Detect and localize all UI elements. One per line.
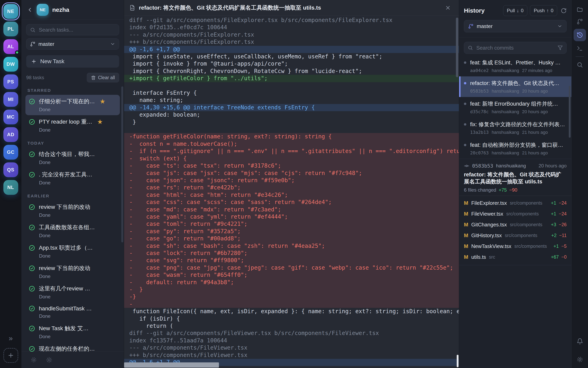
clear-all-button[interactable]: Clear all [87,73,119,83]
task-item[interactable]: PTY reader loop 重… ★ Done [25,115,120,136]
detail-hash: 0583b53 [472,163,493,169]
settings-gear-icon[interactable] [577,356,583,363]
task-item[interactable]: handleSubmitTask … Done [25,302,120,322]
task-item[interactable]: 结合这个项目，帮我… Done [25,147,120,168]
history-branch-selector[interactable]: master [464,20,567,32]
task-search-box[interactable] [26,24,119,35]
task-item[interactable]: review 下当前的改动 Done [25,200,120,221]
task-search-input[interactable] [38,27,115,33]
task-item[interactable]: App.tsx 职责过多（… Done [25,241,120,262]
sidebar-header: NE nezha [21,0,124,20]
commit-item[interactable]: feat: 新增 ErrorBoundary 组件并统… d35c78c han… [459,97,571,118]
commit-author: hanshuaikang [492,130,519,135]
diff-horizontal-scrollbar[interactable] [124,362,219,368]
workspace-avatar[interactable]: PL [3,22,18,37]
changed-file-row[interactable]: M FileViewer.tsx src/components +1 −24 [464,209,567,219]
task-title: 工具函数散落在各组… [39,224,95,231]
theme-sun-icon[interactable] [46,357,52,363]
diff-line: - case "yaml": case "yml": return "#ef44… [124,213,459,221]
changed-file-row[interactable]: M utils.ts src +67 −0 [464,252,567,263]
diff-corner-scrollbar[interactable] [457,355,458,367]
task-status: Done [39,294,117,300]
task-status: Done [39,253,117,259]
commit-dot-icon [464,103,466,105]
diff-line [124,82,459,89]
files-changed-label: 6 files changed [464,187,496,193]
pull-label: Pull [507,8,515,13]
file-name: utils.ts [471,254,486,260]
diff-line: - case "rs": return "#ce422b"; [124,184,459,191]
file-additions: +1 [551,200,556,206]
changed-file-row[interactable]: M FileExplorer.tsx src/components +1 −24 [464,198,567,209]
files-folder-icon[interactable] [577,6,583,13]
diff-line: - case "toml": return "#9c4221"; [124,221,459,228]
settings-gear-icon[interactable] [31,357,37,363]
workspace-avatar[interactable]: MC [3,110,18,124]
new-task-button[interactable]: New Task [26,55,119,68]
pull-button[interactable]: Pull ↓ 0 [503,5,527,16]
commit-item[interactable]: feat: 自动检测外部分支切换，窗口获… 20c0763 hanshuaika… [459,138,571,159]
changed-file-row[interactable]: M GitHistory.tsx src/components +2 −11 [464,230,567,241]
task-group-starred: 仔细分析一下现在的… ★ Done PTY reader loop 重… ★ [25,95,120,136]
workspace-avatar[interactable]: QS [3,162,18,177]
done-check-icon [29,171,35,178]
terminal-icon[interactable] [577,45,583,52]
task-item[interactable]: review 下当前的改动 Done [25,262,120,282]
workspace-avatar[interactable]: AL [3,39,18,54]
workspace-avatar[interactable]: AD [3,127,18,142]
task-item[interactable]: 仔细分析一下现在的… ★ Done [25,95,120,115]
diff-line: - case "png": case "jpg": case "jpeg": c… [124,264,459,271]
commit-search-box[interactable] [464,42,567,54]
workspace-avatar[interactable]: NE [3,4,18,19]
file-name: NewTaskView.tsx [471,243,511,249]
commit-item[interactable]: fix: 修复含中文路径的文件在文件列表… 13a2b13 hanshuaika… [459,118,571,138]
chevron-down-icon [110,41,115,46]
workspace-avatar[interactable]: PS [3,74,18,89]
git-changes-icon[interactable] [577,18,583,25]
workspace-avatar[interactable]: GC [3,145,18,160]
diff-vertical-scrollbar[interactable] [456,18,458,77]
refresh-icon[interactable] [561,8,567,14]
detail-deletions: −90 [509,187,517,193]
commit-title: refactor: 将文件颜色、Git 状态及代… [470,80,559,87]
sidebar-scrollbar[interactable] [121,86,123,242]
task-title: 结合这个项目，帮我… [39,150,95,158]
commit-item[interactable]: feat: 集成 ESLint、Prettier、Husky … aa04ce2… [459,56,571,76]
task-item[interactable]: . 完全没有开发工具… Done [25,168,120,188]
star-icon[interactable]: ★ [100,98,105,105]
commit-item[interactable]: refactor: 将文件颜色、Git 状态及代… 0583b53 hanshu… [459,76,571,97]
filter-funnel-icon[interactable] [558,45,563,50]
star-icon[interactable]: ★ [97,119,103,125]
workspace-avatar-initials: QS [7,167,14,173]
history-tab-active[interactable] [574,29,586,41]
push-button[interactable]: Push ↑ 0 [530,5,557,16]
global-search-icon[interactable] [577,62,583,68]
changed-file-row[interactable]: M GitChanges.tsx src/components +3 −26 [464,219,567,230]
file-deletions: −24 [559,211,567,217]
task-title: PTY reader loop 重… [39,118,92,126]
back-button[interactable] [27,7,33,13]
workspace-avatar[interactable]: MI [3,92,18,107]
diff-line: interface FsEntry { [124,89,459,97]
task-item[interactable]: 工具函数散落在各组… Done [25,221,120,241]
close-icon[interactable] [445,5,451,11]
changed-file-row[interactable]: M NewTaskView.tsx src/components +1 −5 [464,241,567,252]
notifications-bell-icon[interactable] [577,338,583,345]
commit-list-scrollbar[interactable] [569,86,570,138]
task-item[interactable]: 这里有几个review … Done [25,282,120,302]
task-title: handleSubmitTask … [39,305,92,312]
task-item[interactable]: 现在左侧的任务栏的… Done [25,342,120,352]
diff-line: index fc1357f..51aad7a 100644 [124,337,459,344]
add-workspace-button[interactable] [3,348,18,363]
task-status: Done [39,212,117,218]
diff-line: - case "lock": return "#6b7280"; [124,250,459,257]
branch-selector[interactable]: master [26,38,119,50]
expand-rail-button[interactable]: » [9,335,13,342]
commit-search-input[interactable] [476,45,555,51]
workspace-avatar[interactable]: DW [3,57,18,72]
workspace-avatar[interactable]: NL [3,180,18,195]
online-status-dot [15,50,19,55]
diff-code[interactable]: diff --git a/src/components/FileExplorer… [124,16,459,368]
task-item[interactable]: New Task 触发 艾… Done [25,322,120,342]
diff-line: --- a/src/components/FileViewer.tsx [124,344,459,351]
